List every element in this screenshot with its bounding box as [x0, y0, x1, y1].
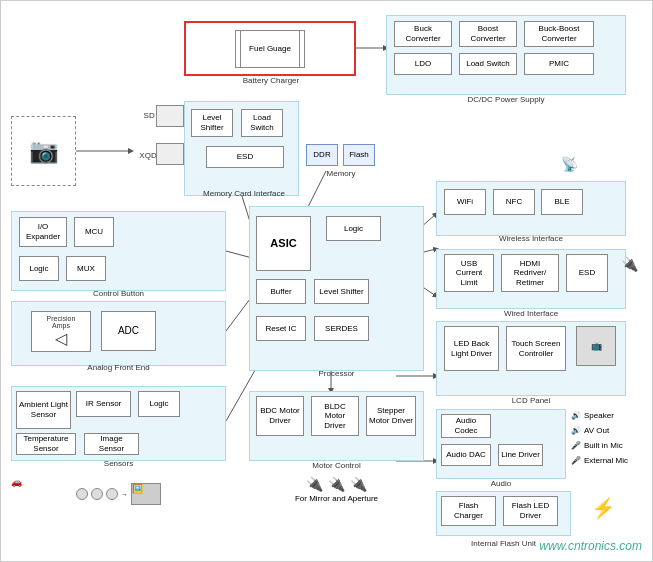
serdes-block: SERDES	[314, 316, 369, 341]
image-sensor-block: Image Sensor	[84, 433, 139, 455]
sd-slot	[156, 105, 184, 127]
audio-dac-block: Audio DAC	[441, 444, 491, 466]
level-shifter-block: Level Shifter	[191, 109, 233, 137]
motor-label: Motor Control	[249, 461, 424, 470]
temp-sensor-block: Temperature Sensor	[16, 433, 76, 455]
logic-proc-block: Logic	[326, 216, 381, 241]
led-driver-block: LED Back Light Driver	[444, 326, 499, 371]
logic-sensor-block: Logic	[138, 391, 180, 417]
flash-block: Flash	[343, 144, 375, 166]
control-label: Control Button	[11, 289, 226, 298]
adc-block: ADC	[101, 311, 156, 351]
lcd-label: LCD Panel	[436, 396, 626, 405]
touch-screen-block: Touch Screen Controller	[506, 326, 566, 371]
mic-icon-1: 🎤	[571, 441, 581, 450]
buck-converter: Buck Converter	[394, 21, 452, 47]
ir-sensor-block: IR Sensor	[76, 391, 131, 417]
diagram: 📷 SD card XQD Level Shifter Load Switch …	[0, 0, 653, 562]
ble-block: BLE	[541, 189, 583, 215]
photo-frame: 🖼️	[131, 483, 161, 505]
processor-label: Processor	[249, 369, 424, 378]
motor-icon-2: 🔌	[328, 476, 345, 492]
mirror-label: For Mirror and Aperture	[249, 494, 424, 503]
antenna-icon: 📡	[561, 156, 578, 172]
bldc-driver-block: BLDC Motor Driver	[311, 396, 359, 436]
wifi-block: WiFi	[444, 189, 486, 215]
line-driver-block: Line Driver	[498, 444, 543, 466]
lens-2	[91, 488, 103, 500]
load-switch-block: Load Switch	[241, 109, 283, 137]
nfc-block: NFC	[493, 189, 535, 215]
hdmi-block: HDMI Redriver/ Retimer	[501, 254, 559, 292]
speaker-row: 🔊 Speaker	[571, 411, 628, 420]
boost-converter: Boost Converter	[459, 21, 517, 47]
usb-port-icon: 🔌	[621, 256, 638, 272]
buck-boost-converter: Buck-Boost Converter	[524, 21, 594, 47]
io-expander-block: I/O Expander	[19, 217, 67, 247]
bdc-driver-block: BDC Motor Driver	[256, 396, 304, 436]
ambient-block: Ambient Light Sensor	[16, 391, 71, 429]
ext-mic-row: 🎤 External Mic	[571, 456, 628, 465]
motor-icon-1: 🔌	[306, 476, 323, 492]
memory-label: Memory	[306, 169, 376, 178]
lens-3	[106, 488, 118, 500]
flash-icon: ⚡	[591, 496, 616, 520]
speaker-icon: 🔊	[571, 411, 581, 420]
asic-block: ASIC	[256, 216, 311, 271]
usb-current: USB Current Limit	[444, 254, 494, 292]
mic-icon-2: 🎤	[571, 456, 581, 465]
mirror-area: 🔌 🔌 🔌 For Mirror and Aperture	[249, 476, 424, 503]
wired-label: Wired Interface	[436, 309, 626, 318]
precision-amps-block: Precision Amps ◁	[31, 311, 91, 352]
av-out-row: 🔊 AV Out	[571, 426, 628, 435]
reset-ic-block: Reset IC	[256, 316, 306, 341]
motor-icon-3: 🔌	[350, 476, 367, 492]
av-icon: 🔊	[571, 426, 581, 435]
mem-card-label: Memory Card Interface	[189, 189, 299, 198]
logic-ctrl-block: Logic	[19, 256, 59, 281]
xqd-slot	[156, 143, 184, 165]
pmic-block: PMIC	[524, 53, 594, 75]
watermark: www.cntronics.com	[539, 539, 642, 553]
screen-icon: 📺	[576, 326, 616, 366]
buffer-block: Buffer	[256, 279, 306, 304]
audio-codec-block: Audio Codec	[441, 414, 491, 438]
builtin-mic-row: 🎤 Built in Mic	[571, 441, 628, 450]
fuel-gauge-block: Fuel Guage	[240, 30, 300, 68]
audio-label: Audio	[436, 479, 566, 488]
mux-block: MUX	[66, 256, 106, 281]
esd-wired-block: ESD	[566, 254, 608, 292]
stepper-driver-block: Stepper Motor Driver	[366, 396, 416, 436]
battery-charger-label: Battery Charger	[201, 76, 341, 85]
level-shifter-proc: Level Shifter	[314, 279, 369, 304]
ldo-block: LDO	[394, 53, 452, 75]
sensors-label: Sensors	[11, 459, 226, 468]
flash-charger-block: Flash Charger	[441, 496, 496, 526]
wireless-label: Wireless Interface	[436, 234, 626, 243]
lens-icons: → 🖼️	[76, 483, 161, 505]
camera-icon: 📷	[11, 116, 76, 186]
esd-mem-block: ESD	[206, 146, 284, 168]
ddr-block: DDR	[306, 144, 338, 166]
analog-label: Analog Front End	[11, 363, 226, 372]
car-camera-icon: 🚗	[11, 477, 71, 522]
lens-1	[76, 488, 88, 500]
load-switch-dcdc: Load Switch	[459, 53, 517, 75]
dcdc-label: DC/DC Power Supply	[386, 95, 626, 104]
audio-outputs: 🔊 Speaker 🔊 AV Out 🎤 Built in Mic 🎤 Exte…	[571, 411, 628, 465]
flash-led-block: Flash LED Driver	[503, 496, 558, 526]
mcu-block: MCU	[74, 217, 114, 247]
battery-charger-section: Battery Charger Fuel Guage	[184, 21, 356, 76]
